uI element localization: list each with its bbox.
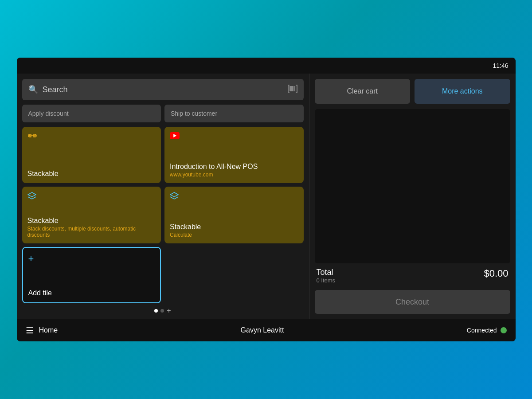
- total-info: Total 0 Items: [317, 268, 336, 284]
- svg-rect-7: [296, 86, 296, 91]
- nav-left: ☰ Home: [26, 325, 58, 336]
- tile-2-title: Introduction to All-New POS: [170, 163, 298, 171]
- total-row: Total 0 Items $0.00: [315, 263, 510, 288]
- connected-indicator: [501, 327, 507, 333]
- svg-rect-6: [294, 86, 295, 91]
- svg-rect-4: [292, 86, 293, 91]
- tile-4-title: Stackable: [170, 223, 298, 231]
- cart-actions-row: Clear cart More actions: [315, 79, 510, 104]
- page-dot-2[interactable]: [160, 309, 164, 313]
- tiles-grid: Stackable Introduction to All-New POS ww…: [22, 127, 304, 303]
- tile-1-title: Stackable: [27, 170, 156, 178]
- barcode-icon[interactable]: [288, 85, 297, 95]
- search-bar[interactable]: 🔍 Search: [22, 79, 304, 100]
- tile-4-subtitle: Calculate: [170, 232, 298, 238]
- stack-icon-1: [27, 192, 156, 202]
- svg-rect-12: [297, 85, 297, 86]
- pagination-row: +: [22, 303, 304, 319]
- svg-rect-2: [290, 86, 291, 91]
- youtube-icon: [170, 132, 180, 139]
- svg-rect-16: [297, 91, 297, 93]
- add-tile-label: Add tile: [28, 289, 52, 297]
- svg-rect-8: [297, 86, 297, 91]
- main-area: 🔍 Search: [17, 74, 516, 319]
- stack-icon-2: [170, 192, 298, 202]
- total-items: 0 Items: [317, 277, 336, 284]
- cart-content: [315, 109, 510, 263]
- add-tile-button[interactable]: + Add tile: [22, 247, 161, 303]
- checkout-button[interactable]: Checkout: [315, 290, 510, 314]
- right-panel: Clear cart More actions Total 0 Items $0…: [309, 74, 516, 319]
- total-label: Total: [317, 268, 336, 277]
- bottom-bar: ☰ Home Gavyn Leavitt Connected: [17, 319, 516, 341]
- tile-stackable-calculate[interactable]: Stackable Calculate: [164, 187, 304, 243]
- ship-to-customer-button[interactable]: Ship to customer: [164, 105, 304, 122]
- action-buttons-row: Apply discount Ship to customer: [22, 105, 304, 122]
- menu-icon[interactable]: ☰: [26, 325, 34, 336]
- connected-label: Connected: [467, 327, 497, 334]
- tile-stackable-discounts[interactable]: Stackable Stack discounts, multiple disc…: [22, 187, 161, 243]
- left-panel: 🔍 Search: [17, 74, 309, 319]
- nav-center: Gavyn Leavitt: [58, 326, 467, 334]
- svg-rect-5: [293, 86, 294, 91]
- svg-rect-0: [288, 86, 289, 91]
- more-actions-button[interactable]: More actions: [415, 79, 510, 104]
- tile-2-url: www.youtube.com: [170, 172, 298, 178]
- link-icon: [27, 132, 156, 141]
- app-window: 11:46 🔍 Search: [17, 58, 516, 341]
- tile-3-title: Stackable: [27, 217, 156, 225]
- top-bar: 11:46: [17, 58, 516, 74]
- time-display: 11:46: [493, 62, 508, 69]
- clear-cart-button[interactable]: Clear cart: [315, 79, 411, 104]
- svg-rect-14: [288, 91, 289, 93]
- add-page-button[interactable]: +: [167, 307, 171, 315]
- tile-3-subtitle: Stack discounts, multiple discounts, aut…: [27, 226, 156, 238]
- apply-discount-button[interactable]: Apply discount: [22, 105, 161, 122]
- add-tile-plus-icon: +: [28, 253, 34, 265]
- search-icon: 🔍: [28, 85, 38, 94]
- svg-rect-1: [289, 86, 289, 91]
- search-input-label: Search: [43, 85, 288, 94]
- home-label[interactable]: Home: [39, 326, 58, 334]
- user-name: Gavyn Leavitt: [241, 326, 284, 334]
- svg-rect-3: [291, 86, 292, 91]
- nav-right: Connected: [467, 327, 507, 334]
- total-amount: $0.00: [484, 268, 508, 279]
- svg-rect-10: [288, 85, 289, 86]
- tile-youtube-intro[interactable]: Introduction to All-New POS www.youtube.…: [164, 127, 304, 183]
- page-dot-1[interactable]: [154, 309, 158, 313]
- tile-stackable-link[interactable]: Stackable: [22, 127, 161, 183]
